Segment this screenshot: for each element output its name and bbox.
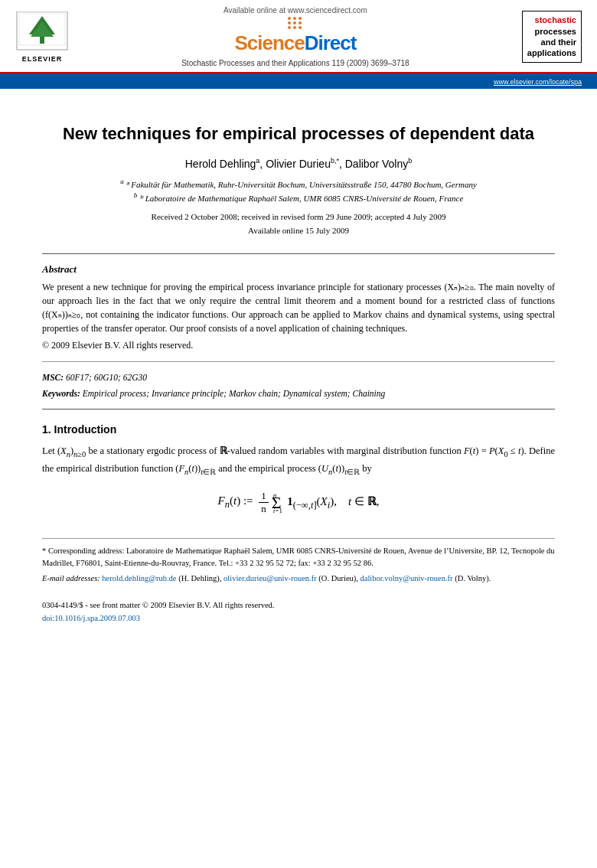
msc-divider <box>42 361 555 362</box>
formula-fraction: 1 n <box>259 490 269 515</box>
elsevier-label: ELSEVIER <box>22 55 63 63</box>
bottom-info: 0304-4149/$ - see front matter © 2009 El… <box>42 599 555 625</box>
email3-link[interactable]: dalibor.volny@univ-rouen.fr <box>360 574 453 582</box>
intro-divider <box>42 409 555 410</box>
abstract-section: Abstract We present a new technique for … <box>42 263 555 352</box>
elsevier-logo-section: ELSEVIER <box>15 11 69 63</box>
dates: Received 2 October 2008; received in rev… <box>42 210 555 237</box>
journal-box-line3: and their <box>541 38 576 47</box>
abstract-text: We present a new technique for proving t… <box>42 280 555 352</box>
main-content: New techniques for empirical processes o… <box>0 89 597 641</box>
elsevier-logo-image <box>15 11 69 54</box>
url-text: www.elsevier.com/locate/spa <box>494 78 582 86</box>
journal-title-header: Stochastic Processes and their Applicati… <box>181 59 409 67</box>
available-online: Available online 15 July 2009 <box>42 224 555 238</box>
affiliation-b: b ᵇ Laboratoire de Mathematique Raphaël … <box>42 191 555 204</box>
sciencedirect-section: Available online at www.sciencedirect.co… <box>69 6 522 67</box>
keywords-line: Keywords: Empirical process; Invariance … <box>42 387 555 400</box>
journal-box-line1: stochastic <box>535 15 576 24</box>
journal-box-line4: applications <box>527 48 576 57</box>
copyright: © 2009 Elsevier B.V. All rights reserved… <box>42 338 555 352</box>
issn-line: 0304-4149/$ - see front matter © 2009 El… <box>42 599 555 612</box>
url-bar: www.elsevier.com/locate/spa <box>0 73 597 89</box>
footnote-star: * Corresponding address: Laboratoire de … <box>42 545 555 569</box>
sciencedirect-dots <box>288 17 302 29</box>
email1-link[interactable]: herold.dehling@rub.de <box>102 574 176 582</box>
email2-link[interactable]: olivier.durieu@univ-rouen.fr <box>223 574 317 582</box>
sciencedirect-logo: ScienceDirect <box>234 31 356 55</box>
footnote-emails: E-mail addresses: herold.dehling@rub.de … <box>42 573 555 585</box>
main-divider <box>42 253 555 254</box>
section1-heading: 1. Introduction <box>42 423 555 436</box>
article-title: New techniques for empirical processes o… <box>42 123 555 145</box>
available-text: Available online at www.sciencedirect.co… <box>223 6 367 15</box>
journal-box-line2: processes <box>535 27 576 36</box>
affiliation-a: a ᵃ Fakultät für Mathematik, Ruhr-Univer… <box>42 177 555 191</box>
formula-fn: Fn(t) := 1 n Σ i=1 n 1(−∞,t](Xi), t ∈ ℝ, <box>42 490 555 515</box>
journal-box: stochastic processes and their applicati… <box>522 11 582 62</box>
doi-line: doi:10.1016/j.spa.2009.07.003 <box>42 612 555 625</box>
journal-box-section: stochastic processes and their applicati… <box>522 11 582 62</box>
affiliations: a ᵃ Fakultät für Mathematik, Ruhr-Univer… <box>42 177 555 204</box>
authors: Herold Dehlinga, Olivier Durieub,*, Dali… <box>42 157 555 170</box>
doi-link[interactable]: doi:10.1016/j.spa.2009.07.003 <box>42 614 140 622</box>
section1-body: Let (Xn)n≥0 be a stationary ergodic proc… <box>42 443 555 478</box>
received-date: Received 2 October 2008; received in rev… <box>42 210 555 224</box>
msc-line: MSC: 60F17; 60G10; 62G30 <box>42 371 555 383</box>
page-header: ELSEVIER Available online at www.science… <box>0 0 597 73</box>
abstract-label: Abstract <box>42 263 555 276</box>
footnote-section: * Corresponding address: Laboratoire de … <box>42 538 555 584</box>
